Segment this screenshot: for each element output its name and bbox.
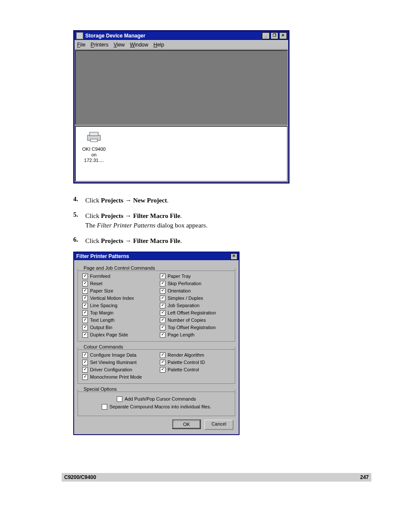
cancel-button[interactable]: Cancel [204,420,234,430]
menu-window[interactable]: Window [130,42,149,48]
checkbox-icon [82,352,88,358]
printer-label: OKI C9400 on 172.31.... [81,146,107,163]
printers-pane[interactable]: OKI C9400 on 172.31.... [75,126,288,182]
checkbox-icon [102,404,107,410]
group-label: Special Options [82,386,118,392]
checkbox-icon [82,367,88,373]
checkbox-icon [82,296,88,301]
top-offset-registration-checkbox[interactable]: Top Offset Registration [160,324,230,330]
window-buttons: _ ❐ ✕ [262,32,287,39]
dialog-buttons: OK Cancel [78,417,235,431]
checkbox-column-right: Paper Tray Skip Perforation Orientation … [160,273,230,338]
step-text: Click Projects → Filter Macro File. The … [85,211,359,230]
step-6: 6. Click Projects → Filter Macro File. [73,236,359,246]
checkbox-icon [82,281,88,286]
menu-view[interactable]: View [114,42,125,48]
maximize-button[interactable]: ❐ [271,32,278,39]
colour-col-left: Configure Image Data Set Viewing Illumin… [82,352,153,380]
checkbox-icon [160,360,165,365]
checkbox-icon [160,367,165,373]
configure-image-data-checkbox[interactable]: Configure Image Data [82,352,153,358]
orientation-checkbox[interactable]: Orientation [160,288,230,294]
step-5: 5. Click Projects → Filter Macro File. T… [73,211,359,230]
checkbox-icon [160,310,165,316]
colour-commands-group: Colour Commands Configure Image Data Set… [78,344,235,384]
menu-file[interactable]: File [77,42,85,48]
close-icon[interactable]: ✕ [230,253,237,260]
checkbox-icon [160,352,165,358]
step-text: Click Projects → Filter Macro File. [85,236,359,246]
svg-rect-1 [90,132,98,136]
colour-col-right: Render Algorithm Palette Control ID Pale… [160,352,230,380]
arrow-icon: → [125,237,131,244]
arrow-icon: → [125,212,131,219]
window-title: Storage Device Manager [85,33,262,39]
checkbox-icon [82,303,88,308]
svg-rect-2 [90,139,97,142]
page-job-control-group: Page and Job Control Commands Formfeed R… [78,265,235,342]
checkbox-icon [82,317,88,323]
checkbox-icon [82,310,88,316]
palette-control-id-checkbox[interactable]: Palette Control ID [160,359,230,365]
reset-checkbox[interactable]: Reset [82,280,153,286]
checkbox-icon [160,296,165,301]
minimize-button[interactable]: _ [262,32,270,39]
close-button[interactable]: ✕ [279,32,287,39]
checkbox-icon [160,281,165,286]
driver-configuration-checkbox[interactable]: Driver Configuration [82,367,153,373]
window-titlebar: Storage Device Manager _ ❐ ✕ [75,31,288,40]
paper-tray-checkbox[interactable]: Paper Tray [160,273,230,279]
render-algorithm-checkbox[interactable]: Render Algorithm [160,352,230,358]
page-length-checkbox[interactable]: Page Length [160,332,230,338]
printer-name: OKI C9400 [82,146,106,152]
set-viewing-illuminant-checkbox[interactable]: Set Viewing Illuminant [82,359,153,365]
checkbox-icon [160,288,165,294]
duplex-page-side-checkbox[interactable]: Duplex Page Side [82,332,153,338]
footer-page-number: 247 [360,474,369,480]
ok-button[interactable]: OK [172,420,201,429]
filter-printer-patterns-dialog: Filter Printer Patterns ✕ Page and Job C… [73,252,240,435]
number-of-copies-checkbox[interactable]: Number of Copies [160,317,230,323]
group-label: Page and Job Control Commands [82,265,156,271]
formfeed-checkbox[interactable]: Formfeed [82,273,153,279]
step-number: 5. [73,211,85,230]
checkbox-icon [82,332,88,338]
palette-control-checkbox[interactable]: Palette Control [160,367,230,373]
arrow-icon: → [125,196,131,204]
special-options-group: Special Options Add Push/Pop Cursor Comm… [78,386,235,416]
output-bin-checkbox[interactable]: Output Bin [82,324,153,330]
separate-compound-macros-checkbox[interactable]: Separate Compound Macros into individual… [102,404,211,410]
left-offset-registration-checkbox[interactable]: Left Offset Registration [160,310,230,316]
menu-printers[interactable]: Printers [90,42,108,48]
checkbox-icon [117,396,122,402]
text-length-checkbox[interactable]: Text Length [82,317,153,323]
step-4: 4. Click Projects → New Project. [73,196,359,205]
line-spacing-checkbox[interactable]: Line Spacing [82,302,153,308]
step-number: 6. [73,236,85,246]
dialog-titlebar: Filter Printer Patterns ✕ [74,252,239,260]
menu-help[interactable]: Help [153,42,164,48]
step-text: Click Projects → New Project. [85,196,359,205]
workspace-pane[interactable] [75,50,288,125]
printer-address: on 172.31.... [84,152,104,163]
vertical-motion-index-checkbox[interactable]: Vertical Motion Index [82,295,153,301]
storage-device-manager-window: Storage Device Manager _ ❐ ✕ File Printe… [73,30,290,184]
add-push-pop-checkbox[interactable]: Add Push/Pop Cursor Commands [117,396,196,402]
skip-perforation-checkbox[interactable]: Skip Perforation [160,280,230,286]
printer-icon[interactable] [86,131,102,143]
job-separation-checkbox[interactable]: Job Separation [160,302,230,308]
checkbox-column-left: Formfeed Reset Paper Size Vertical Motio… [82,273,153,338]
top-margin-checkbox[interactable]: Top Margin [82,310,153,316]
checkbox-icon [82,288,88,294]
checkbox-icon [82,274,88,279]
group-label: Colour Commands [82,344,125,349]
simplex-duplex-checkbox[interactable]: Simplex / Duplex [160,295,230,301]
window-body: OKI C9400 on 172.31.... [75,50,288,182]
monochrome-print-mode-checkbox[interactable]: Monochrome Print Mode [82,374,153,380]
checkbox-icon [82,360,88,365]
step-number: 4. [73,196,85,205]
checkbox-icon [82,374,88,380]
dialog-title: Filter Printer Patterns [76,253,230,259]
paper-size-checkbox[interactable]: Paper Size [82,288,153,294]
checkbox-icon [160,317,165,323]
